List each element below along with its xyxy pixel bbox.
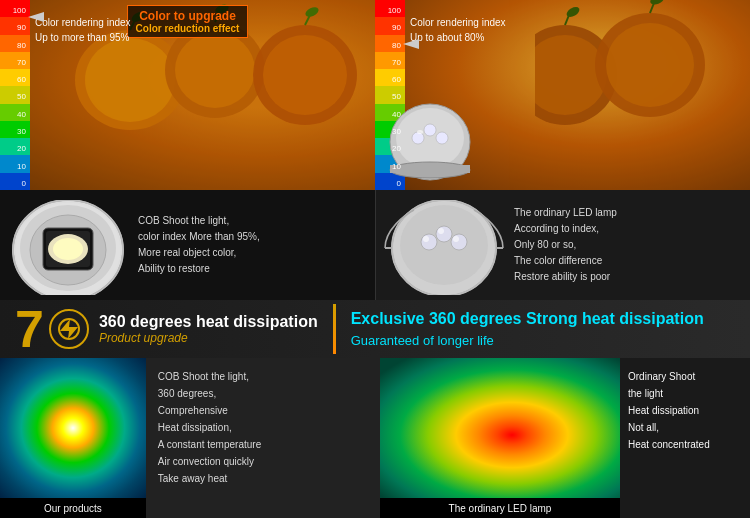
svg-point-3 [175, 32, 255, 108]
svg-point-28 [417, 130, 423, 134]
arrow-indicator-left [28, 8, 44, 26]
svg-point-25 [412, 132, 424, 144]
bottom-right-desc-panel: Ordinary Shoot the light Heat dissipatio… [620, 358, 750, 518]
bottom-right-section: The ordinary LED lamp Ordinary Shoot the… [380, 358, 750, 518]
page-wrapper: 100 90 80 70 60 50 40 30 20 10 0 [0, 0, 750, 518]
banner-left-text: 360 degrees heat dissipation Product upg… [99, 313, 318, 345]
svg-point-26 [424, 124, 436, 136]
top-section: 100 90 80 70 60 50 40 30 20 10 0 [0, 0, 750, 190]
svg-point-40 [400, 205, 488, 285]
bottom-left-panel: Our products [0, 358, 146, 518]
svg-line-18 [650, 3, 654, 13]
banner-divider [333, 304, 336, 354]
cri-text-right: Color rendering index Up to about 80% [410, 15, 506, 45]
svg-point-36 [53, 238, 83, 260]
cob-lamp-desc: COB Shoot the light, color index More th… [128, 213, 260, 277]
svg-point-42 [436, 226, 452, 242]
svg-point-43 [451, 234, 467, 250]
led-lamp-image [384, 200, 504, 290]
cob-heat-label: Our products [0, 498, 146, 518]
middle-left-panel: COB Shoot the light, color index More th… [0, 190, 375, 300]
banner-subtitle: Product upgrade [99, 331, 318, 345]
cri-text-left: Color rendering index Up to more than 95… [35, 15, 131, 45]
svg-point-41 [421, 234, 437, 250]
svg-point-1 [85, 38, 175, 122]
top-left-panel: 100 90 80 70 60 50 40 30 20 10 0 [0, 0, 375, 190]
top-right-panel: 100 90 80 70 60 50 40 30 20 10 0 [375, 0, 750, 190]
bottom-right-desc: Ordinary Shoot the light Heat dissipatio… [628, 368, 742, 453]
banner-number: 7 [15, 303, 44, 355]
svg-point-44 [423, 236, 429, 242]
svg-point-5 [263, 35, 347, 115]
middle-right-panel: The ordinary LED lamp According to index… [375, 190, 750, 300]
svg-point-11 [304, 5, 320, 18]
svg-point-45 [438, 228, 444, 234]
scale-numbers-left: 100 90 80 70 60 50 40 30 20 10 0 [0, 2, 28, 190]
svg-point-22 [396, 108, 464, 168]
led-lamp-desc: The ordinary LED lamp According to index… [504, 205, 617, 285]
banner-right-text: Exclusive 360 degrees Strong heat dissip… [351, 306, 704, 352]
svg-point-27 [436, 132, 448, 144]
bottom-right-heatmap-panel: The ordinary LED lamp [380, 358, 620, 518]
svg-point-46 [453, 236, 459, 242]
bottom-center-panel: COB Shoot the light, 360 degrees, Compre… [146, 358, 380, 518]
svg-marker-12 [28, 12, 44, 22]
banner-section: 7 360 degrees heat dissipation Product u… [0, 300, 750, 358]
upgrade-badge: Color to upgrade Color reduction effect [127, 5, 249, 38]
bottom-center-desc: COB Shoot the light, 360 degrees, Compre… [158, 368, 261, 487]
cob-lamp-image [8, 200, 128, 290]
scale-numbers-right: 100 90 80 70 60 50 40 30 20 10 0 [375, 2, 403, 190]
arrow-indicator-right [403, 35, 419, 53]
banner-title: 360 degrees heat dissipation [99, 313, 318, 331]
lightning-icon [49, 309, 89, 349]
svg-marker-29 [403, 39, 419, 49]
led-heat-map [380, 358, 620, 498]
cob-heat-map [0, 358, 146, 498]
svg-point-16 [606, 23, 694, 107]
svg-point-20 [649, 0, 665, 6]
led-heat-label: The ordinary LED lamp [380, 498, 620, 518]
middle-section: COB Shoot the light, color index More th… [0, 190, 750, 300]
bottom-section: Our products COB Shoot the light, 360 de… [0, 358, 750, 518]
